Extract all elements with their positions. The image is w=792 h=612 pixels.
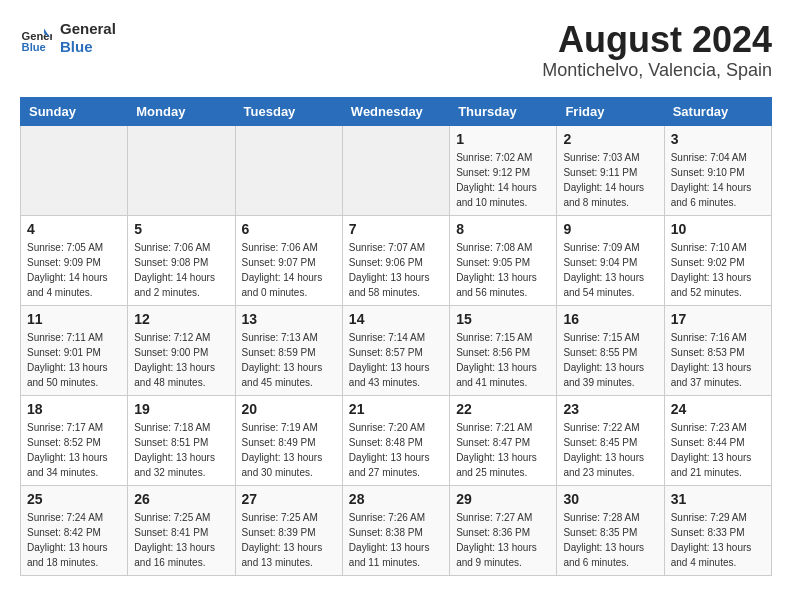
day-number: 7 [349,221,443,237]
logo: General Blue General Blue [20,20,116,56]
calendar-header-row: SundayMondayTuesdayWednesdayThursdayFrid… [21,97,772,125]
day-info: Sunrise: 7:17 AM Sunset: 8:52 PM Dayligh… [27,420,121,480]
day-number: 13 [242,311,336,327]
day-number: 23 [563,401,657,417]
calendar-week-row: 4Sunrise: 7:05 AM Sunset: 9:09 PM Daylig… [21,215,772,305]
calendar-cell: 9Sunrise: 7:09 AM Sunset: 9:04 PM Daylig… [557,215,664,305]
day-info: Sunrise: 7:11 AM Sunset: 9:01 PM Dayligh… [27,330,121,390]
calendar-cell: 10Sunrise: 7:10 AM Sunset: 9:02 PM Dayli… [664,215,771,305]
calendar-cell: 24Sunrise: 7:23 AM Sunset: 8:44 PM Dayli… [664,395,771,485]
day-number: 6 [242,221,336,237]
calendar-table: SundayMondayTuesdayWednesdayThursdayFrid… [20,97,772,576]
day-number: 15 [456,311,550,327]
calendar-cell: 30Sunrise: 7:28 AM Sunset: 8:35 PM Dayli… [557,485,664,575]
calendar-cell: 15Sunrise: 7:15 AM Sunset: 8:56 PM Dayli… [450,305,557,395]
day-info: Sunrise: 7:23 AM Sunset: 8:44 PM Dayligh… [671,420,765,480]
day-number: 21 [349,401,443,417]
title-block: August 2024 Montichelvo, Valencia, Spain [542,20,772,81]
day-number: 17 [671,311,765,327]
day-info: Sunrise: 7:25 AM Sunset: 8:41 PM Dayligh… [134,510,228,570]
calendar-cell: 13Sunrise: 7:13 AM Sunset: 8:59 PM Dayli… [235,305,342,395]
calendar-cell: 2Sunrise: 7:03 AM Sunset: 9:11 PM Daylig… [557,125,664,215]
day-info: Sunrise: 7:14 AM Sunset: 8:57 PM Dayligh… [349,330,443,390]
day-info: Sunrise: 7:26 AM Sunset: 8:38 PM Dayligh… [349,510,443,570]
day-of-week-header: Saturday [664,97,771,125]
calendar-cell: 12Sunrise: 7:12 AM Sunset: 9:00 PM Dayli… [128,305,235,395]
calendar-week-row: 1Sunrise: 7:02 AM Sunset: 9:12 PM Daylig… [21,125,772,215]
calendar-cell: 7Sunrise: 7:07 AM Sunset: 9:06 PM Daylig… [342,215,449,305]
calendar-week-row: 18Sunrise: 7:17 AM Sunset: 8:52 PM Dayli… [21,395,772,485]
day-info: Sunrise: 7:07 AM Sunset: 9:06 PM Dayligh… [349,240,443,300]
day-number: 3 [671,131,765,147]
calendar-cell: 25Sunrise: 7:24 AM Sunset: 8:42 PM Dayli… [21,485,128,575]
calendar-week-row: 25Sunrise: 7:24 AM Sunset: 8:42 PM Dayli… [21,485,772,575]
day-info: Sunrise: 7:09 AM Sunset: 9:04 PM Dayligh… [563,240,657,300]
day-number: 26 [134,491,228,507]
day-info: Sunrise: 7:13 AM Sunset: 8:59 PM Dayligh… [242,330,336,390]
day-info: Sunrise: 7:20 AM Sunset: 8:48 PM Dayligh… [349,420,443,480]
logo-general-text: General [60,20,116,38]
day-info: Sunrise: 7:21 AM Sunset: 8:47 PM Dayligh… [456,420,550,480]
day-info: Sunrise: 7:22 AM Sunset: 8:45 PM Dayligh… [563,420,657,480]
day-info: Sunrise: 7:16 AM Sunset: 8:53 PM Dayligh… [671,330,765,390]
calendar-week-row: 11Sunrise: 7:11 AM Sunset: 9:01 PM Dayli… [21,305,772,395]
calendar-cell: 29Sunrise: 7:27 AM Sunset: 8:36 PM Dayli… [450,485,557,575]
calendar-cell: 1Sunrise: 7:02 AM Sunset: 9:12 PM Daylig… [450,125,557,215]
day-number: 10 [671,221,765,237]
calendar-cell: 11Sunrise: 7:11 AM Sunset: 9:01 PM Dayli… [21,305,128,395]
day-number: 30 [563,491,657,507]
day-number: 1 [456,131,550,147]
day-number: 24 [671,401,765,417]
day-number: 11 [27,311,121,327]
day-number: 9 [563,221,657,237]
day-number: 4 [27,221,121,237]
day-number: 19 [134,401,228,417]
calendar-cell: 21Sunrise: 7:20 AM Sunset: 8:48 PM Dayli… [342,395,449,485]
calendar-cell: 3Sunrise: 7:04 AM Sunset: 9:10 PM Daylig… [664,125,771,215]
calendar-cell: 16Sunrise: 7:15 AM Sunset: 8:55 PM Dayli… [557,305,664,395]
day-number: 20 [242,401,336,417]
logo-icon: General Blue [20,22,52,54]
day-info: Sunrise: 7:28 AM Sunset: 8:35 PM Dayligh… [563,510,657,570]
day-info: Sunrise: 7:24 AM Sunset: 8:42 PM Dayligh… [27,510,121,570]
calendar-title: August 2024 [542,20,772,60]
day-number: 2 [563,131,657,147]
svg-text:Blue: Blue [22,41,46,53]
day-of-week-header: Wednesday [342,97,449,125]
day-info: Sunrise: 7:08 AM Sunset: 9:05 PM Dayligh… [456,240,550,300]
calendar-cell: 19Sunrise: 7:18 AM Sunset: 8:51 PM Dayli… [128,395,235,485]
calendar-cell: 5Sunrise: 7:06 AM Sunset: 9:08 PM Daylig… [128,215,235,305]
day-info: Sunrise: 7:29 AM Sunset: 8:33 PM Dayligh… [671,510,765,570]
day-info: Sunrise: 7:06 AM Sunset: 9:07 PM Dayligh… [242,240,336,300]
day-info: Sunrise: 7:03 AM Sunset: 9:11 PM Dayligh… [563,150,657,210]
page-header: General Blue General Blue August 2024 Mo… [20,20,772,81]
calendar-cell: 6Sunrise: 7:06 AM Sunset: 9:07 PM Daylig… [235,215,342,305]
calendar-cell: 26Sunrise: 7:25 AM Sunset: 8:41 PM Dayli… [128,485,235,575]
calendar-cell [235,125,342,215]
calendar-cell: 8Sunrise: 7:08 AM Sunset: 9:05 PM Daylig… [450,215,557,305]
calendar-cell [342,125,449,215]
calendar-cell: 31Sunrise: 7:29 AM Sunset: 8:33 PM Dayli… [664,485,771,575]
calendar-cell [21,125,128,215]
day-of-week-header: Sunday [21,97,128,125]
day-number: 22 [456,401,550,417]
day-of-week-header: Thursday [450,97,557,125]
day-info: Sunrise: 7:12 AM Sunset: 9:00 PM Dayligh… [134,330,228,390]
day-number: 18 [27,401,121,417]
day-info: Sunrise: 7:04 AM Sunset: 9:10 PM Dayligh… [671,150,765,210]
day-of-week-header: Tuesday [235,97,342,125]
logo-blue-text: Blue [60,38,116,56]
day-info: Sunrise: 7:19 AM Sunset: 8:49 PM Dayligh… [242,420,336,480]
day-number: 12 [134,311,228,327]
calendar-cell: 27Sunrise: 7:25 AM Sunset: 8:39 PM Dayli… [235,485,342,575]
day-info: Sunrise: 7:10 AM Sunset: 9:02 PM Dayligh… [671,240,765,300]
day-of-week-header: Friday [557,97,664,125]
day-info: Sunrise: 7:05 AM Sunset: 9:09 PM Dayligh… [27,240,121,300]
day-of-week-header: Monday [128,97,235,125]
day-number: 29 [456,491,550,507]
day-number: 25 [27,491,121,507]
calendar-cell: 18Sunrise: 7:17 AM Sunset: 8:52 PM Dayli… [21,395,128,485]
calendar-cell: 20Sunrise: 7:19 AM Sunset: 8:49 PM Dayli… [235,395,342,485]
day-number: 8 [456,221,550,237]
day-number: 5 [134,221,228,237]
